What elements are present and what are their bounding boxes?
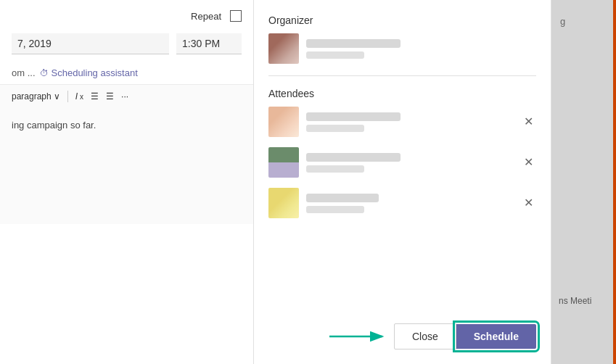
attendee2-info bbox=[306, 153, 514, 173]
schedule-button[interactable]: Schedule bbox=[456, 324, 536, 349]
organizer-avatar bbox=[268, 33, 299, 64]
attendee2-avatar-top bbox=[268, 147, 299, 162]
paragraph-selector[interactable]: paragraph ∨ bbox=[12, 91, 60, 102]
attendees-section: Attendees ✕ ✕ bbox=[268, 88, 536, 218]
paragraph-label: paragraph bbox=[12, 91, 52, 102]
more-options-icon: ··· bbox=[121, 91, 128, 102]
organizer-section-label: Organizer bbox=[268, 15, 536, 26]
italic-sub: x bbox=[80, 93, 83, 101]
date-field[interactable] bbox=[12, 33, 169, 54]
repeat-label: Repeat bbox=[191, 11, 221, 22]
orange-bar bbox=[613, 0, 616, 364]
attendee2-remove-button[interactable]: ✕ bbox=[521, 155, 536, 170]
attendee2-name-blurred bbox=[306, 153, 401, 162]
indent-increase-icon: ☰ bbox=[106, 91, 114, 102]
action-area: Close Schedule bbox=[326, 323, 536, 349]
attendee3-remove-button[interactable]: ✕ bbox=[521, 196, 536, 210]
indent-decrease-button[interactable]: ☰ bbox=[91, 91, 99, 102]
main-container: Repeat om ... ⏱ Scheduling assistant par… bbox=[0, 0, 616, 364]
organizer-row bbox=[268, 33, 536, 64]
editor-content: ing campaign so far. bbox=[12, 120, 96, 131]
toolbar-row: paragraph ∨ I x ☰ ☰ ··· bbox=[0, 84, 253, 108]
editor-area[interactable]: ing campaign so far. bbox=[0, 108, 253, 224]
organizer-name-blurred bbox=[306, 39, 401, 48]
close-button[interactable]: Close bbox=[394, 323, 456, 349]
location-text: om ... bbox=[12, 67, 36, 78]
attendee-row: ✕ bbox=[268, 107, 536, 137]
attendee1-info bbox=[306, 112, 514, 132]
attendee2-avatar-bottom bbox=[268, 162, 299, 178]
attendee1-remove-button[interactable]: ✕ bbox=[521, 115, 536, 129]
attendee3-name-blurred bbox=[306, 194, 379, 202]
meeting-label: ns Meeti bbox=[559, 296, 591, 306]
attendee3-email-blurred bbox=[306, 206, 364, 213]
organizer-email-blurred bbox=[306, 51, 364, 59]
scheduling-row: om ... ⏱ Scheduling assistant bbox=[0, 62, 253, 84]
more-options-button[interactable]: ··· bbox=[121, 91, 128, 102]
indent-increase-button[interactable]: ☰ bbox=[106, 91, 114, 102]
left-panel: Repeat om ... ⏱ Scheduling assistant par… bbox=[0, 0, 254, 364]
attendee-row: ✕ bbox=[268, 147, 536, 178]
italic-button[interactable]: I x bbox=[75, 91, 83, 102]
paragraph-chevron: ∨ bbox=[54, 91, 60, 102]
far-right-panel: g ns Meeti bbox=[551, 0, 616, 364]
arrow-annotation bbox=[326, 326, 391, 347]
italic-icon: I bbox=[75, 91, 78, 102]
top-bar: Repeat bbox=[0, 0, 253, 29]
far-right-top-text: g bbox=[560, 16, 565, 27]
attendee1-name-blurred bbox=[306, 112, 401, 121]
attendee-row: ✕ bbox=[268, 188, 536, 218]
attendee3-avatar bbox=[268, 188, 299, 218]
attendee1-avatar bbox=[268, 107, 299, 137]
section-divider bbox=[268, 75, 536, 76]
attendees-section-label: Attendees bbox=[268, 88, 536, 99]
date-time-row bbox=[0, 29, 253, 62]
clock-icon: ⏱ bbox=[40, 68, 49, 78]
scheduling-assistant-link[interactable]: ⏱ Scheduling assistant bbox=[40, 67, 138, 78]
scheduling-assistant-label: Scheduling assistant bbox=[52, 67, 138, 78]
attendee1-email-blurred bbox=[306, 125, 364, 132]
indent-decrease-icon: ☰ bbox=[91, 91, 99, 102]
attendee3-info bbox=[306, 194, 514, 213]
toolbar-divider bbox=[67, 91, 68, 102]
organizer-info bbox=[306, 39, 536, 59]
far-right-content: g bbox=[551, 0, 616, 42]
attendee2-avatar bbox=[268, 147, 299, 178]
time-field[interactable] bbox=[176, 33, 242, 54]
repeat-checkbox[interactable] bbox=[230, 10, 242, 22]
attendee2-email-blurred bbox=[306, 165, 364, 173]
right-panel: Organizer Attendees ✕ bbox=[254, 0, 551, 364]
